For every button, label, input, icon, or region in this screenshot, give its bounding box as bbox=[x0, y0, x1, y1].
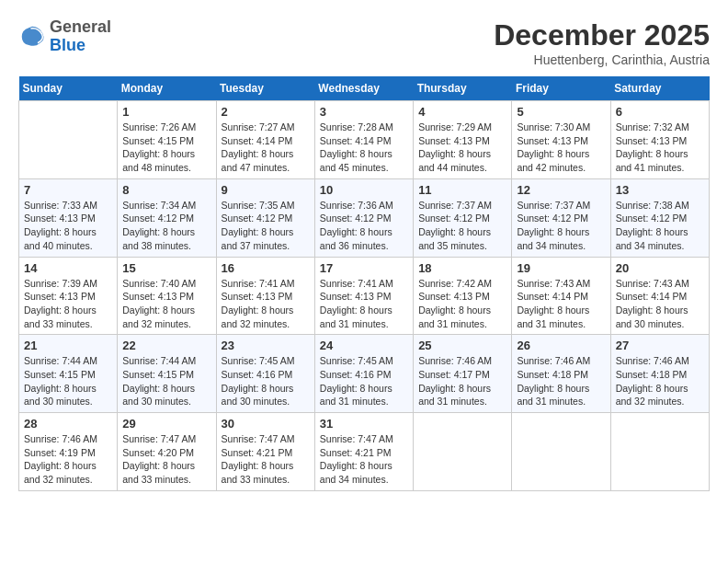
month-title: December 2025 bbox=[494, 18, 710, 52]
day-number: 17 bbox=[320, 261, 408, 275]
day-number: 6 bbox=[616, 105, 704, 119]
day-info: Sunrise: 7:46 AMSunset: 4:18 PMDaylight:… bbox=[517, 354, 605, 408]
calendar-cell: 23Sunrise: 7:45 AMSunset: 4:16 PMDayligh… bbox=[216, 335, 314, 413]
day-number: 19 bbox=[517, 261, 605, 275]
day-info: Sunrise: 7:46 AMSunset: 4:18 PMDaylight:… bbox=[616, 354, 704, 408]
logo-general: General bbox=[50, 17, 111, 36]
day-info: Sunrise: 7:41 AMSunset: 4:13 PMDaylight:… bbox=[222, 277, 310, 331]
day-number: 2 bbox=[222, 105, 310, 119]
day-number: 15 bbox=[122, 261, 210, 275]
calendar-cell: 3Sunrise: 7:28 AMSunset: 4:14 PMDaylight… bbox=[314, 101, 413, 179]
day-info: Sunrise: 7:28 AMSunset: 4:14 PMDaylight:… bbox=[320, 121, 408, 175]
calendar-cell: 11Sunrise: 7:37 AMSunset: 4:12 PMDayligh… bbox=[414, 178, 512, 257]
title-block: December 2025 Huettenberg, Carinthia, Au… bbox=[494, 18, 710, 67]
day-info: Sunrise: 7:44 AMSunset: 4:15 PMDaylight:… bbox=[24, 354, 112, 408]
calendar-cell: 21Sunrise: 7:44 AMSunset: 4:15 PMDayligh… bbox=[19, 335, 118, 413]
calendar-cell bbox=[512, 413, 610, 491]
day-number: 29 bbox=[122, 417, 210, 431]
day-info: Sunrise: 7:39 AMSunset: 4:13 PMDaylight:… bbox=[24, 277, 112, 331]
logo-text: General Blue bbox=[50, 18, 111, 55]
day-info: Sunrise: 7:41 AMSunset: 4:13 PMDaylight:… bbox=[320, 277, 408, 331]
calendar-cell: 20Sunrise: 7:43 AMSunset: 4:14 PMDayligh… bbox=[610, 257, 709, 335]
calendar-week-row: 1Sunrise: 7:26 AMSunset: 4:15 PMDaylight… bbox=[19, 101, 710, 179]
day-number: 9 bbox=[222, 183, 310, 197]
day-number: 27 bbox=[616, 339, 704, 352]
calendar-cell: 16Sunrise: 7:41 AMSunset: 4:13 PMDayligh… bbox=[216, 257, 314, 335]
day-info: Sunrise: 7:33 AMSunset: 4:13 PMDaylight:… bbox=[24, 199, 112, 253]
day-number: 12 bbox=[517, 183, 605, 197]
logo-blue: Blue bbox=[50, 36, 85, 54]
day-info: Sunrise: 7:36 AMSunset: 4:12 PMDaylight:… bbox=[320, 199, 408, 253]
logo: General Blue bbox=[18, 18, 111, 55]
day-number: 5 bbox=[517, 105, 605, 119]
weekday-header: Wednesday bbox=[314, 76, 413, 101]
day-number: 18 bbox=[418, 261, 506, 275]
logo-icon bbox=[18, 23, 46, 51]
day-info: Sunrise: 7:38 AMSunset: 4:12 PMDaylight:… bbox=[616, 199, 704, 253]
calendar-cell: 15Sunrise: 7:40 AMSunset: 4:13 PMDayligh… bbox=[118, 257, 216, 335]
day-number: 23 bbox=[222, 339, 310, 352]
calendar-cell: 30Sunrise: 7:47 AMSunset: 4:21 PMDayligh… bbox=[216, 413, 314, 491]
day-number: 13 bbox=[616, 183, 704, 197]
weekday-header: Tuesday bbox=[216, 76, 314, 101]
day-number: 8 bbox=[122, 183, 210, 197]
day-number: 31 bbox=[320, 417, 408, 431]
day-number: 16 bbox=[222, 261, 310, 275]
calendar-cell bbox=[414, 413, 512, 491]
calendar-cell: 1Sunrise: 7:26 AMSunset: 4:15 PMDaylight… bbox=[118, 101, 216, 179]
day-info: Sunrise: 7:47 AMSunset: 4:20 PMDaylight:… bbox=[122, 432, 210, 487]
day-info: Sunrise: 7:37 AMSunset: 4:12 PMDaylight:… bbox=[418, 199, 506, 253]
day-number: 22 bbox=[122, 339, 210, 352]
day-number: 21 bbox=[24, 339, 112, 352]
day-number: 1 bbox=[122, 105, 210, 119]
day-info: Sunrise: 7:37 AMSunset: 4:12 PMDaylight:… bbox=[517, 199, 605, 253]
day-info: Sunrise: 7:44 AMSunset: 4:15 PMDaylight:… bbox=[122, 354, 210, 408]
weekday-header: Monday bbox=[118, 76, 216, 101]
calendar-cell: 10Sunrise: 7:36 AMSunset: 4:12 PMDayligh… bbox=[314, 178, 413, 257]
day-number: 25 bbox=[418, 339, 506, 352]
location: Huettenberg, Carinthia, Austria bbox=[494, 52, 710, 67]
day-info: Sunrise: 7:34 AMSunset: 4:12 PMDaylight:… bbox=[122, 199, 210, 253]
calendar-cell: 31Sunrise: 7:47 AMSunset: 4:21 PMDayligh… bbox=[314, 413, 413, 491]
calendar-week-row: 21Sunrise: 7:44 AMSunset: 4:15 PMDayligh… bbox=[19, 335, 710, 413]
calendar-cell: 25Sunrise: 7:46 AMSunset: 4:17 PMDayligh… bbox=[414, 335, 512, 413]
day-info: Sunrise: 7:43 AMSunset: 4:14 PMDaylight:… bbox=[616, 277, 704, 331]
calendar-week-row: 14Sunrise: 7:39 AMSunset: 4:13 PMDayligh… bbox=[19, 257, 710, 335]
calendar-cell: 12Sunrise: 7:37 AMSunset: 4:12 PMDayligh… bbox=[512, 178, 610, 257]
day-info: Sunrise: 7:45 AMSunset: 4:16 PMDaylight:… bbox=[320, 354, 408, 408]
calendar-cell: 2Sunrise: 7:27 AMSunset: 4:14 PMDaylight… bbox=[216, 101, 314, 179]
day-number: 28 bbox=[24, 417, 112, 431]
calendar-cell: 9Sunrise: 7:35 AMSunset: 4:12 PMDaylight… bbox=[216, 178, 314, 257]
calendar-cell: 28Sunrise: 7:46 AMSunset: 4:19 PMDayligh… bbox=[19, 413, 118, 491]
weekday-header: Friday bbox=[512, 76, 610, 101]
calendar-cell: 29Sunrise: 7:47 AMSunset: 4:20 PMDayligh… bbox=[118, 413, 216, 491]
calendar-cell: 7Sunrise: 7:33 AMSunset: 4:13 PMDaylight… bbox=[19, 178, 118, 257]
day-info: Sunrise: 7:45 AMSunset: 4:16 PMDaylight:… bbox=[222, 354, 310, 408]
day-number: 4 bbox=[418, 105, 506, 119]
day-info: Sunrise: 7:42 AMSunset: 4:13 PMDaylight:… bbox=[418, 277, 506, 331]
calendar-week-row: 28Sunrise: 7:46 AMSunset: 4:19 PMDayligh… bbox=[19, 413, 710, 491]
calendar-week-row: 7Sunrise: 7:33 AMSunset: 4:13 PMDaylight… bbox=[19, 178, 710, 257]
calendar-cell: 26Sunrise: 7:46 AMSunset: 4:18 PMDayligh… bbox=[512, 335, 610, 413]
weekday-header: Saturday bbox=[610, 76, 709, 101]
calendar-cell: 8Sunrise: 7:34 AMSunset: 4:12 PMDaylight… bbox=[118, 178, 216, 257]
day-info: Sunrise: 7:46 AMSunset: 4:17 PMDaylight:… bbox=[418, 354, 506, 408]
day-number: 11 bbox=[418, 183, 506, 197]
day-number: 14 bbox=[24, 261, 112, 275]
calendar-cell bbox=[610, 413, 709, 491]
day-info: Sunrise: 7:29 AMSunset: 4:13 PMDaylight:… bbox=[418, 121, 506, 175]
calendar-cell: 27Sunrise: 7:46 AMSunset: 4:18 PMDayligh… bbox=[610, 335, 709, 413]
day-info: Sunrise: 7:47 AMSunset: 4:21 PMDaylight:… bbox=[222, 432, 310, 487]
calendar-cell: 6Sunrise: 7:32 AMSunset: 4:13 PMDaylight… bbox=[610, 101, 709, 179]
calendar-cell: 22Sunrise: 7:44 AMSunset: 4:15 PMDayligh… bbox=[118, 335, 216, 413]
day-info: Sunrise: 7:35 AMSunset: 4:12 PMDaylight:… bbox=[222, 199, 310, 253]
day-number: 20 bbox=[616, 261, 704, 275]
day-info: Sunrise: 7:26 AMSunset: 4:15 PMDaylight:… bbox=[122, 121, 210, 175]
calendar-cell: 5Sunrise: 7:30 AMSunset: 4:13 PMDaylight… bbox=[512, 101, 610, 179]
calendar-cell: 14Sunrise: 7:39 AMSunset: 4:13 PMDayligh… bbox=[19, 257, 118, 335]
page-header: General Blue December 2025 Huettenberg, … bbox=[18, 18, 710, 67]
calendar-cell: 24Sunrise: 7:45 AMSunset: 4:16 PMDayligh… bbox=[314, 335, 413, 413]
day-info: Sunrise: 7:27 AMSunset: 4:14 PMDaylight:… bbox=[222, 121, 310, 175]
day-number: 26 bbox=[517, 339, 605, 352]
day-number: 30 bbox=[222, 417, 310, 431]
